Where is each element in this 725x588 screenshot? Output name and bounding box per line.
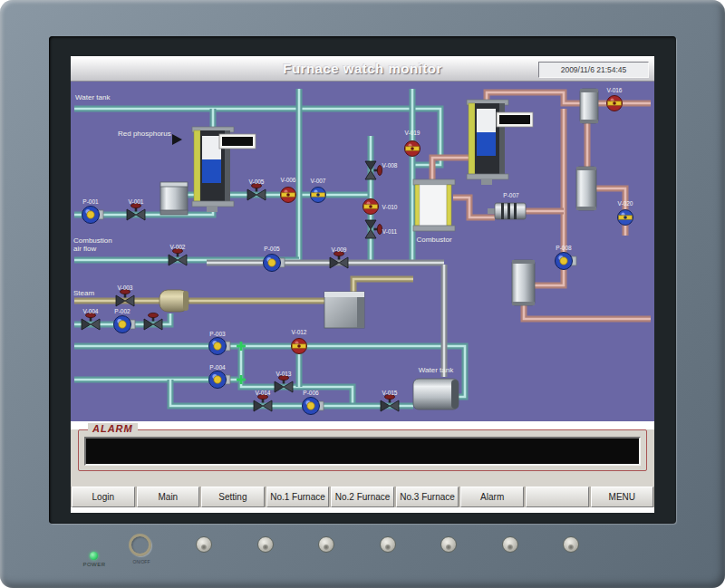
bezel-function-button-3[interactable]: [318, 536, 334, 553]
tag-v006: V-006: [281, 177, 296, 183]
bezel-key-icon: [263, 545, 268, 550]
label-steam: Steam: [73, 289, 94, 297]
pump-p008[interactable]: [556, 253, 577, 270]
display-onoff-button[interactable]: [129, 534, 151, 556]
level-readout-right: [497, 112, 533, 127]
bezel-key-icon: [446, 545, 451, 550]
red-phosphorus-arrow-icon: [172, 134, 182, 145]
label-water-tank-top: Water tank: [75, 93, 111, 101]
valve-v007[interactable]: [311, 188, 326, 203]
separator-cylinder-2: [576, 167, 596, 210]
display-onoff-label: ON/OFF: [123, 559, 160, 564]
tag-v001: V-001: [129, 198, 144, 205]
tag-v003: V-003: [118, 284, 133, 291]
valve-v006[interactable]: [281, 188, 296, 203]
monitor-bezel: Furnace watch monitor 2009/11/6 21:54:45: [0, 0, 725, 588]
bezel-key-icon: [324, 545, 329, 550]
bezel-key-icon: [201, 545, 207, 550]
pump-p005[interactable]: [264, 255, 285, 272]
bezel-function-button-7[interactable]: [563, 536, 579, 553]
label-combustion-air-2: air flow: [73, 245, 97, 253]
bezel-key-icon: [568, 545, 574, 550]
separator-cylinder-1: [580, 89, 598, 123]
pump-p004[interactable]: [209, 371, 231, 389]
bezel-key-icon: [385, 545, 391, 550]
title-bar: Furnace watch monitor 2009/11/6 21:54:45: [71, 59, 654, 82]
valve-v016[interactable]: [607, 96, 623, 111]
alarm-title: ALARM: [88, 423, 138, 434]
button-no1-furnace[interactable]: No.1 Furnace: [266, 487, 330, 507]
button-menu[interactable]: MENU: [591, 487, 654, 507]
tag-p003: P-003: [209, 331, 226, 337]
pump-p001[interactable]: [82, 207, 104, 224]
tag-v019: V-019: [405, 130, 420, 136]
button-main[interactable]: Main: [137, 487, 200, 507]
label-combustion-air-1: Combustion: [73, 236, 112, 245]
pump-p006[interactable]: [303, 398, 324, 415]
tag-v011: V-011: [382, 228, 398, 235]
label-combustor: Combustor: [416, 236, 451, 244]
tag-p008: P-008: [556, 245, 572, 251]
tag-v012: V-012: [292, 329, 307, 335]
valve-v012[interactable]: [292, 339, 307, 354]
separator-cylinder-3: [512, 260, 535, 305]
process-diagram: Water tank Red phosphorus Combustion air…: [71, 82, 654, 421]
button-login[interactable]: Login: [72, 487, 135, 507]
hmi-screen: Furnace watch monitor 2009/11/6 21:54:45: [71, 56, 654, 504]
bezel-key-icon: [508, 545, 513, 550]
label-water-tank-bottom: Water tank: [419, 366, 454, 374]
bezel-function-button-4[interactable]: [380, 536, 396, 553]
tag-v014: V-014: [256, 390, 271, 396]
button-alarm[interactable]: Alarm: [460, 487, 524, 507]
alarm-frame: ALARM: [78, 429, 647, 471]
button-setting[interactable]: Setting: [201, 487, 265, 507]
label-red-phosphorus: Red phosphorus: [118, 130, 171, 138]
tag-v009: V-009: [332, 246, 347, 253]
process-diagram-canvas: Water tank Red phosphorus Combustion air…: [71, 82, 654, 421]
small-buffer-tank: [160, 182, 188, 215]
tag-v005: V-005: [249, 178, 265, 185]
datetime-display: 2009/11/6 21:54:45: [538, 62, 649, 78]
tag-v013: V-013: [276, 371, 292, 377]
tag-v016: V-016: [607, 87, 623, 93]
steam-drum-tank: [160, 290, 188, 312]
alarm-message-display: [84, 437, 641, 466]
combustor-vessel: [413, 179, 455, 231]
tag-p002: P-002: [114, 308, 130, 314]
tag-v004: V-004: [83, 308, 99, 314]
tag-p006: P-006: [303, 390, 319, 396]
tag-v002: V-002: [170, 244, 186, 250]
softkey-bar: Login Main Setting No.1 Furnace No.2 Fur…: [71, 487, 654, 507]
level-readout-left: [219, 134, 256, 149]
tag-v020: V-020: [618, 200, 633, 207]
tag-p004: P-004: [209, 364, 226, 371]
alarm-panel: ALARM: [71, 429, 654, 487]
bezel-function-button-2[interactable]: [257, 536, 274, 553]
pump-p003[interactable]: [209, 338, 231, 355]
water-tank-bottom-vessel: [413, 379, 459, 410]
tag-v007: V-007: [311, 178, 326, 184]
bezel-function-button-1[interactable]: [196, 536, 212, 553]
tag-v015: V-015: [382, 390, 398, 396]
bezel-function-button-6[interactable]: [502, 536, 518, 553]
tag-p005: P-005: [264, 246, 280, 252]
power-led-label: POWER: [76, 562, 112, 567]
tag-v008: V-008: [382, 162, 398, 169]
pump-p002[interactable]: [114, 316, 136, 333]
tag-p007: P-007: [503, 192, 519, 198]
valve-v020[interactable]: [618, 210, 633, 226]
tag-p001: P-001: [82, 198, 99, 205]
tag-v010: V-010: [382, 204, 398, 210]
button-no3-furnace[interactable]: No.3 Furnace: [396, 487, 459, 507]
valve-v019[interactable]: [405, 141, 420, 157]
screen-bottom-strip: [71, 507, 654, 513]
button-no2-furnace[interactable]: No.2 Furnace: [331, 487, 394, 507]
valve-v010[interactable]: [363, 199, 379, 215]
power-led: [90, 552, 98, 560]
bezel-function-button-5[interactable]: [440, 536, 457, 553]
button-blank[interactable]: [526, 487, 589, 507]
heater-box: [324, 292, 364, 328]
